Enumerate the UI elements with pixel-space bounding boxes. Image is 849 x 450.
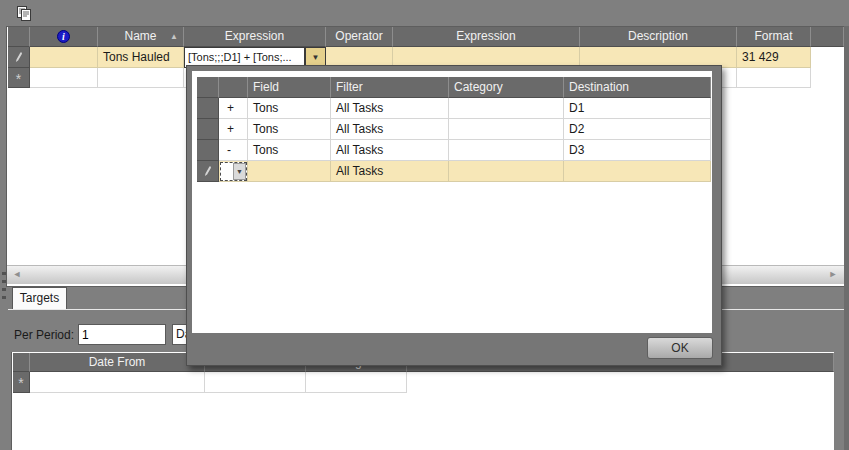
cell-destination[interactable]: D1 [564, 98, 711, 119]
column-header-expression[interactable]: Expression [184, 27, 326, 47]
cell-destination[interactable]: D2 [564, 119, 711, 140]
cell-filter[interactable]: All Tasks [331, 98, 449, 119]
column-header-operator[interactable]: Operator [326, 27, 393, 47]
column-header-name-label: Name [124, 29, 156, 43]
cell-field[interactable] [248, 161, 331, 182]
cell-op[interactable]: - [219, 140, 248, 161]
cell-category[interactable] [449, 98, 564, 119]
column-header-info[interactable]: i [30, 27, 98, 47]
empty-cell[interactable] [205, 372, 306, 393]
empty-cell[interactable] [98, 68, 184, 88]
row-header[interactable] [197, 119, 219, 140]
cell-op[interactable]: + [219, 119, 248, 140]
cell-destination[interactable] [564, 161, 711, 182]
new-row-header[interactable]: * [8, 68, 30, 88]
row-header[interactable] [197, 98, 219, 119]
row-header-editing[interactable] [8, 47, 30, 68]
dialog-grid-corner-header [197, 77, 219, 98]
column-header-op [219, 77, 248, 98]
scroll-left-button[interactable]: ◄ [10, 265, 24, 284]
info-icon: i [57, 30, 70, 43]
cell-op[interactable]: + [219, 98, 248, 119]
column-header-description[interactable]: Description [580, 27, 737, 47]
cell-filter[interactable]: All Tasks [331, 161, 449, 182]
empty-cell[interactable] [306, 372, 407, 393]
new-row-icon: * [18, 375, 23, 391]
copy-icon[interactable] [16, 6, 33, 22]
row-header[interactable] [197, 140, 219, 161]
app-window: i Name ▲ Expression Operator Expression … [0, 0, 849, 450]
column-header-destination[interactable]: Destination [564, 77, 711, 98]
empty-cell[interactable] [30, 68, 98, 88]
cell-filter[interactable]: All Tasks [331, 119, 449, 140]
empty-cell[interactable] [30, 372, 205, 393]
scroll-right-button[interactable]: ► [826, 265, 840, 284]
expression-builder-dialog: Field Filter Category Destination + Tons… [186, 65, 722, 366]
cell-category[interactable] [449, 140, 564, 161]
per-period-label: Per Period: [14, 328, 74, 343]
column-header-filler [811, 27, 844, 47]
row-header-editing[interactable] [197, 161, 219, 182]
cell-info[interactable] [30, 47, 98, 68]
column-header-name[interactable]: Name ▲ [98, 27, 184, 47]
cell-field[interactable]: Tons [248, 98, 331, 119]
column-header-field[interactable]: Field [248, 77, 331, 98]
edit-pencil-icon [203, 165, 212, 178]
per-period-input[interactable] [78, 324, 166, 345]
column-header-filter[interactable]: Filter [331, 77, 449, 98]
empty-cell[interactable] [737, 68, 811, 88]
ok-button[interactable]: OK [647, 337, 713, 359]
cell-filter[interactable]: All Tasks [331, 140, 449, 161]
cell-category[interactable] [449, 161, 564, 182]
column-header-expression-2[interactable]: Expression [393, 27, 580, 47]
splitter-grip[interactable] [1, 272, 6, 306]
op-dropdown-button[interactable]: ▼ [233, 163, 246, 180]
grid-corner-header [8, 27, 30, 47]
tab-targets[interactable]: Targets [12, 287, 67, 309]
new-row-header[interactable]: * [13, 372, 30, 393]
column-header-category[interactable]: Category [449, 77, 564, 98]
cell-category[interactable] [449, 119, 564, 140]
edit-pencil-icon [14, 51, 23, 64]
right-edge-border [844, 26, 849, 450]
cell-destination[interactable]: D3 [564, 140, 711, 161]
cell-name[interactable]: Tons Hauled [98, 47, 184, 68]
sort-ascending-icon: ▲ [170, 27, 178, 46]
cell-field[interactable]: Tons [248, 140, 331, 161]
column-header-format[interactable]: Format [737, 27, 811, 47]
targets-grid-corner-header [13, 353, 30, 372]
column-header-date-from[interactable]: Date From [30, 353, 205, 372]
new-row-icon: * [16, 71, 21, 87]
cell-field[interactable]: Tons [248, 119, 331, 140]
cell-format[interactable]: 31 429 [737, 47, 811, 68]
